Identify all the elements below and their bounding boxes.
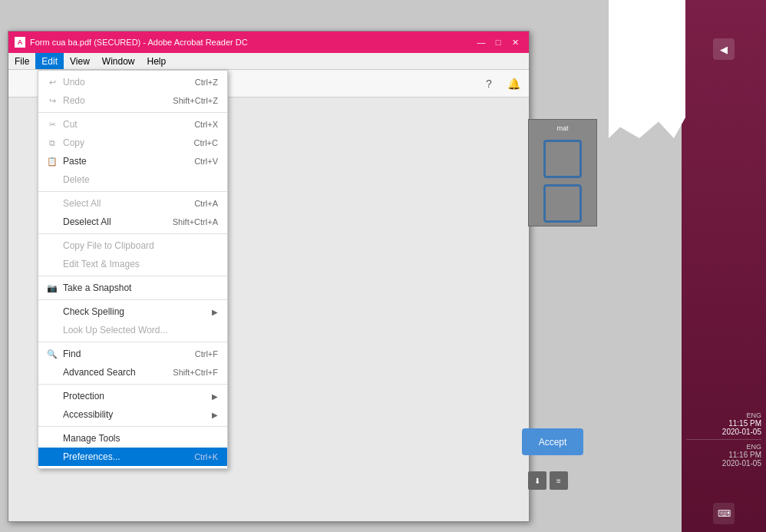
side-icon-1[interactable]: ◀ <box>713 38 735 60</box>
menu-section-prefs: Manage Tools Preferences... Ctrl+K <box>38 427 227 468</box>
maximize-button[interactable]: □ <box>490 35 506 49</box>
bottom-icons: ⬇ ≡ <box>528 471 568 490</box>
menu-item-check-spelling[interactable]: Check Spelling ▶ <box>38 302 227 321</box>
lookup-icon <box>45 322 60 338</box>
accessibility-icon <box>45 407 60 422</box>
menu-item-deselect-all[interactable]: Deselect All Shift+Ctrl+A <box>38 213 227 231</box>
spelling-arrow: ▶ <box>212 308 218 316</box>
accessibility-arrow: ▶ <box>212 411 218 419</box>
system-clock-2: ENG 11:16 PM 2020-01-05 <box>686 439 761 468</box>
side-panel: ◀ ENG 11:15 PM 2020-01-05 ENG 11:16 PM 2… <box>682 0 766 532</box>
menu-item-window[interactable]: Window <box>96 53 141 69</box>
menu-item-manage-tools[interactable]: Manage Tools <box>38 429 227 448</box>
copy-file-icon <box>45 238 60 253</box>
redo-icon: ↪ <box>45 93 60 108</box>
cut-icon: ✂ <box>45 117 60 132</box>
minimize-button[interactable]: — <box>474 35 489 49</box>
menu-section-find: 🔍 Find Ctrl+F Advanced Search Shift+Ctrl… <box>38 342 227 385</box>
window-title: Form cua ba.pdf (SECURED) - Adobe Acroba… <box>30 38 474 47</box>
edit-text-icon <box>45 256 60 272</box>
title-bar: A Form cua ba.pdf (SECURED) - Adobe Acro… <box>8 31 529 53</box>
delete-icon <box>45 172 60 187</box>
system-clock-1: ENG 11:15 PM 2020-01-05 <box>686 411 761 436</box>
bottom-icon-1[interactable]: ⬇ <box>528 471 546 490</box>
snapshot-icon: 📷 <box>45 280 60 296</box>
window-controls: — □ ✕ <box>474 35 523 49</box>
find-icon: 🔍 <box>45 346 60 362</box>
protection-icon <box>45 388 60 404</box>
menu-item-delete[interactable]: Delete <box>38 170 227 189</box>
select-all-icon <box>45 196 60 211</box>
copy-icon: ⧉ <box>45 135 60 150</box>
format-panel: mat <box>528 119 597 226</box>
keyboard-icon[interactable]: ⌨ <box>713 503 735 524</box>
accept-button[interactable]: Accept <box>522 428 583 455</box>
menu-item-redo[interactable]: ↪ Redo Shift+Ctrl+Z <box>38 91 227 110</box>
menu-item-copy-file[interactable]: Copy File to Clipboard <box>38 236 227 255</box>
menu-section-select: Select All Ctrl+A Deselect All Shift+Ctr… <box>38 192 227 234</box>
bell-icon[interactable]: 🔔 <box>504 74 523 93</box>
close-button[interactable]: ✕ <box>507 35 523 49</box>
menu-section-file-edit: Copy File to Clipboard Edit Text & Image… <box>38 234 227 276</box>
menu-item-look-up[interactable]: Look Up Selected Word... <box>38 321 227 339</box>
menu-item-advanced-search[interactable]: Advanced Search Shift+Ctrl+F <box>38 363 227 382</box>
menu-section-spelling: Check Spelling ▶ Look Up Selected Word..… <box>38 300 227 342</box>
menu-item-protection[interactable]: Protection ▶ <box>38 387 227 405</box>
acrobat-icon: A <box>15 37 25 48</box>
menu-item-edit[interactable]: Edit <box>35 53 64 69</box>
menu-item-accessibility[interactable]: Accessibility ▶ <box>38 405 227 424</box>
manage-tools-icon <box>45 431 60 446</box>
help-icon[interactable]: ? <box>480 74 498 93</box>
undo-icon: ↩ <box>45 74 60 90</box>
menu-item-file[interactable]: File <box>8 53 35 69</box>
acrobat-window: A Form cua ba.pdf (SECURED) - Adobe Acro… <box>8 31 530 522</box>
menu-item-view[interactable]: View <box>64 53 96 69</box>
preferences-icon <box>45 449 60 464</box>
menu-item-select-all[interactable]: Select All Ctrl+A <box>38 194 227 213</box>
menu-bar: File Edit View Window Help <box>8 53 529 70</box>
menu-section-clipboard: ✂ Cut Ctrl+X ⧉ Copy Ctrl+C 📋 Paste Ctrl+… <box>38 113 227 192</box>
advanced-search-icon <box>45 365 60 380</box>
menu-item-edit-text[interactable]: Edit Text & Images <box>38 255 227 273</box>
spelling-icon <box>45 304 60 319</box>
menu-item-snapshot[interactable]: 📷 Take a Snapshot <box>38 279 227 297</box>
menu-section-undoredo: ↩ Undo Ctrl+Z ↪ Redo Shift+Ctrl+Z <box>38 71 227 113</box>
paste-icon: 📋 <box>45 154 60 169</box>
protection-arrow: ▶ <box>212 392 218 401</box>
menu-item-undo[interactable]: ↩ Undo Ctrl+Z <box>38 73 227 91</box>
menu-item-copy[interactable]: ⧉ Copy Ctrl+C <box>38 134 227 152</box>
edit-dropdown-menu: ↩ Undo Ctrl+Z ↪ Redo Shift+Ctrl+Z ✂ Cut … <box>38 70 228 469</box>
menu-section-snapshot: 📷 Take a Snapshot <box>38 276 227 300</box>
menu-item-paste[interactable]: 📋 Paste Ctrl+V <box>38 152 227 170</box>
menu-item-help[interactable]: Help <box>141 53 173 69</box>
menu-item-preferences[interactable]: Preferences... Ctrl+K <box>38 448 227 466</box>
format-box-1 <box>543 140 582 178</box>
deselect-all-icon <box>45 214 60 230</box>
bottom-icon-2[interactable]: ≡ <box>550 471 568 490</box>
format-box-2 <box>543 184 582 223</box>
menu-item-cut[interactable]: ✂ Cut Ctrl+X <box>38 115 227 134</box>
menu-section-protection: Protection ▶ Accessibility ▶ <box>38 385 227 427</box>
paper-decoration <box>609 0 685 138</box>
menu-item-find[interactable]: 🔍 Find Ctrl+F <box>38 345 227 363</box>
